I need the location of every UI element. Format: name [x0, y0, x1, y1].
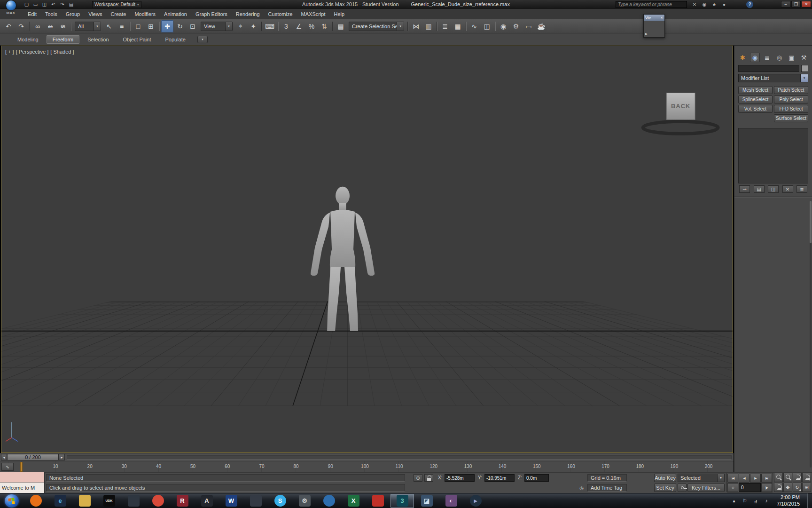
unlink-selection-icon[interactable]: ∞: [44, 20, 56, 32]
menu-item[interactable]: Rendering: [232, 10, 264, 18]
pin-stack-icon[interactable]: ⊸: [739, 185, 750, 193]
set-key-button[interactable]: Set Key: [654, 484, 676, 492]
volume-icon[interactable]: ♪: [763, 498, 770, 503]
toolbar-icon[interactable]: [128, 21, 132, 32]
angle-snap-icon[interactable]: ∠: [293, 20, 305, 32]
word-icon[interactable]: W: [219, 494, 243, 508]
set-keys-key-icon[interactable]: [678, 484, 687, 492]
reference-coordinate-dropdown[interactable]: View ▾: [201, 22, 233, 31]
modifier-button[interactable]: Mesh Select: [738, 86, 773, 94]
hierarchy-tab[interactable]: ≣: [762, 53, 772, 62]
zoom-all-icon[interactable]: [783, 473, 792, 482]
bind-to-space-warp-icon[interactable]: ≋: [57, 20, 69, 32]
sign-in-icon[interactable]: ◉: [701, 1, 708, 8]
file-explorer-icon[interactable]: [73, 494, 96, 508]
modifier-button[interactable]: SplineSelect: [738, 95, 773, 103]
infocenter-search-input[interactable]: [616, 1, 687, 8]
menu-item[interactable]: Modifiers: [130, 10, 160, 18]
chrome-icon[interactable]: [146, 494, 170, 508]
open-file-icon[interactable]: ▭: [31, 1, 39, 8]
exchange-apps-icon[interactable]: ✕: [691, 1, 698, 8]
zoom-region-icon[interactable]: [774, 483, 783, 492]
curve-editor-icon[interactable]: ∿: [468, 20, 480, 32]
y-coordinate-field[interactable]: -10.951m: [484, 474, 515, 482]
pan-view-icon[interactable]: ✥: [783, 483, 792, 492]
toolbar-icon[interactable]: [70, 21, 73, 32]
utilities-tab[interactable]: ⚒: [799, 53, 809, 62]
toolbar-icon[interactable]: [157, 21, 161, 32]
toolbar-icon[interactable]: [406, 21, 409, 32]
toolbar-icon[interactable]: [260, 21, 263, 32]
snaps-toggle-icon[interactable]: 3: [280, 20, 292, 32]
save-file-icon[interactable]: ◫: [40, 1, 48, 8]
create-tab[interactable]: ✱: [738, 53, 748, 62]
rectangular-selection-region-icon[interactable]: □: [132, 20, 144, 32]
edit-named-selection-sets-icon[interactable]: ▤: [335, 20, 347, 32]
motion-tab[interactable]: ◎: [774, 53, 784, 62]
flyout-arrow-icon[interactable]: ▸: [645, 31, 648, 36]
menu-item[interactable]: MAXScript: [297, 10, 330, 18]
viewcube-ring[interactable]: [643, 121, 718, 134]
viewport-shading-menu[interactable]: [ Shaded ]: [50, 49, 74, 55]
ribbon-tab[interactable]: Freeform: [47, 35, 80, 44]
action-center-icon[interactable]: ⚐: [742, 498, 748, 503]
selection-filter-dropdown[interactable]: All ▾: [75, 22, 101, 31]
time-slider-track[interactable]: [67, 455, 732, 460]
key-filters-button[interactable]: Key Filters...: [687, 484, 725, 492]
zoom-extents-all-icon[interactable]: [802, 473, 811, 482]
ribbon-tab[interactable]: Object Paint: [117, 35, 157, 44]
ribbon-tab[interactable]: Modeling: [11, 35, 45, 44]
select-and-manipulate-icon[interactable]: ✦: [247, 20, 259, 32]
favorites-star-icon[interactable]: ★: [710, 1, 718, 8]
time-slider-handle[interactable]: 0 / 200: [7, 454, 59, 460]
modifier-button[interactable]: Vol. Select: [738, 105, 773, 113]
project-folder-icon[interactable]: ▤: [67, 1, 75, 8]
viewport-general-menu[interactable]: [ + ]: [5, 49, 14, 55]
time-slider[interactable]: ◄ 0 / 200 ►: [0, 453, 734, 461]
menu-item[interactable]: Help: [330, 10, 349, 18]
paint-icon[interactable]: ◐: [439, 494, 463, 508]
percent-snap-icon[interactable]: %: [305, 20, 318, 32]
display-tab[interactable]: ▣: [787, 53, 796, 62]
object-name-field[interactable]: [738, 65, 799, 72]
menu-item[interactable]: Animation: [160, 10, 191, 18]
orbit-icon[interactable]: ↻: [793, 483, 802, 492]
viewcube[interactable]: BACK: [643, 93, 718, 134]
perspective-viewport[interactable]: BACK [ + ] [ Perspective ] [ Shaded ]: [1, 46, 733, 453]
viewport-pov-menu[interactable]: [ Perspective ]: [16, 49, 49, 55]
schematic-view-icon[interactable]: ◫: [481, 20, 493, 32]
layer-explorer-icon[interactable]: ≣: [439, 20, 451, 32]
object-color-swatch[interactable]: [801, 65, 808, 72]
select-and-scale-icon[interactable]: ⊡: [187, 20, 199, 32]
spinner-snap-icon[interactable]: ⇅: [318, 20, 330, 32]
undo-small-icon[interactable]: ↶: [49, 1, 57, 8]
toolbar-icon[interactable]: [276, 21, 280, 32]
internet-explorer-icon[interactable]: e: [48, 494, 72, 508]
help-icon[interactable]: ?: [746, 1, 753, 8]
keyboard-shortcut-override-icon[interactable]: ⌨: [264, 20, 276, 32]
select-object-icon[interactable]: ↖: [103, 20, 115, 32]
settings-gear-icon[interactable]: ⚙: [293, 494, 316, 508]
app-icon-red[interactable]: [366, 494, 390, 508]
toolbar-icon[interactable]: [493, 21, 497, 32]
isolate-selection-icon[interactable]: ⊙: [414, 474, 422, 482]
current-frame-marker[interactable]: [20, 462, 23, 472]
ribbon-minimize-icon[interactable]: ▾: [197, 36, 208, 43]
track-bar[interactable]: ∿ 10203040506070809010011012013014015016…: [0, 461, 734, 472]
3ds-max-icon[interactable]: 3: [390, 494, 414, 508]
menu-item[interactable]: Graph Editors: [191, 10, 232, 18]
close-button[interactable]: ✕: [802, 1, 811, 8]
rendered-frame-window-icon[interactable]: ▭: [523, 20, 535, 32]
make-unique-icon[interactable]: ◫: [768, 185, 779, 193]
menu-item[interactable]: Views: [84, 10, 106, 18]
go-to-start-button[interactable]: |◀: [727, 474, 738, 483]
menu-item[interactable]: Tools: [41, 10, 62, 18]
select-and-move-icon[interactable]: ✚: [161, 20, 173, 32]
media-player-icon[interactable]: ▸: [464, 494, 487, 508]
network-icon[interactable]: ⣴: [752, 498, 759, 503]
remove-modifier-icon[interactable]: ✕: [782, 185, 793, 193]
redo-icon[interactable]: ↷: [15, 20, 27, 32]
undo-icon[interactable]: ↶: [2, 20, 15, 32]
firefox-icon[interactable]: [24, 494, 47, 508]
workspace-dropdown[interactable]: Workspace: Default ▾: [92, 1, 141, 8]
